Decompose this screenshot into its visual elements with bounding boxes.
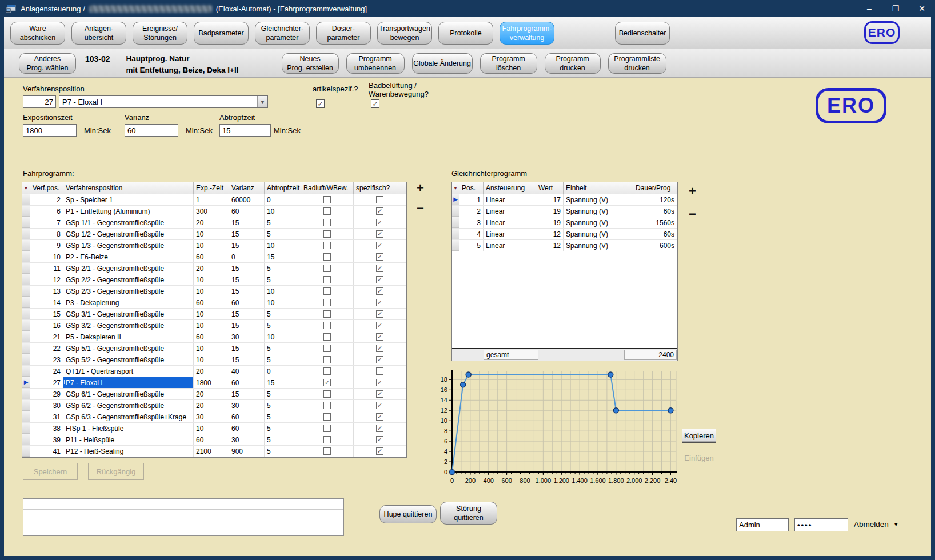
einheit-cell[interactable]: Spannung (V)	[564, 229, 633, 239]
abtropfzeit-cell[interactable]: 10	[265, 240, 301, 251]
expzeit-cell[interactable]: 10	[194, 423, 229, 434]
varianz-input[interactable]: 60	[125, 124, 178, 137]
varianz-cell[interactable]: 60000	[229, 194, 265, 205]
expzeit-cell[interactable]: 10	[194, 309, 229, 319]
nav-ware-abschicken[interactable]: Ware abschicken	[10, 22, 65, 45]
badluft-checkbox[interactable]	[323, 265, 331, 272]
expzeit-cell[interactable]: 10	[194, 229, 229, 239]
dauer-cell[interactable]: 120s	[633, 194, 677, 205]
wert-cell[interactable]: 19	[536, 206, 564, 217]
varianz-cell[interactable]: 15	[229, 389, 265, 399]
varianz-cell[interactable]: 15	[229, 217, 265, 228]
row-selector[interactable]: ▶	[452, 194, 459, 205]
einheit-cell[interactable]: Spannung (V)	[564, 217, 633, 228]
col-verfpos[interactable]: Verf.pos.	[30, 182, 63, 194]
abtropfzeit-cell[interactable]: 10	[265, 286, 301, 297]
badluft-checkbox[interactable]	[323, 356, 331, 363]
fahrprogramm-row[interactable]: 9GSp 1/3 - Gegenstromfließspüle101510✓	[22, 240, 406, 251]
badluft-checkbox[interactable]	[323, 253, 331, 261]
col-varianz[interactable]: Varianz	[229, 182, 265, 194]
badluft-checkbox[interactable]	[323, 230, 331, 238]
abtropfzeit-cell[interactable]: 15	[265, 377, 301, 388]
nav-fahrprogrammverwaltung[interactable]: Fahrprogramm- verwaltung	[500, 22, 554, 45]
expzeit-cell[interactable]: 20	[194, 400, 229, 411]
fahrprogramm-row[interactable]: 21P5 - Dekapieren II603010✓	[22, 331, 406, 343]
expzeit-cell[interactable]: 10	[194, 320, 229, 331]
spezifisch-checkbox[interactable]: ✓	[376, 310, 383, 318]
programm-umbenennen-button[interactable]: Programm umbenennen	[346, 53, 405, 74]
programm-loeschen-button[interactable]: Programm löschen	[480, 53, 537, 74]
spezifisch-checkbox[interactable]: ✓	[376, 207, 383, 215]
name-cell[interactable]: GSp 3/2 - Gegenstromfließspüle	[63, 320, 194, 331]
name-cell[interactable]: GSp 2/2 - Gegenstromfließspüle	[63, 274, 194, 285]
badluft-checkbox[interactable]	[323, 413, 331, 421]
varianz-cell[interactable]: 15	[229, 286, 265, 297]
badluft-checkbox[interactable]	[323, 310, 331, 318]
spezifisch-checkbox[interactable]: ✓	[376, 265, 383, 272]
row-selector[interactable]: ▶	[22, 377, 30, 388]
col-dauer[interactable]: Dauer/Prog	[633, 182, 677, 194]
row-selector[interactable]	[22, 434, 30, 445]
gleichrichter-row[interactable]: 5Linear12Spannung (V)600s	[452, 240, 677, 251]
ansteuerung-cell[interactable]: Linear	[484, 206, 536, 217]
einheit-cell[interactable]: Spannung (V)	[564, 240, 633, 251]
nav-badparameter[interactable]: Badparameter	[194, 22, 249, 45]
name-cell[interactable]: GSp 2/3 - Gegenstromfließspüle	[63, 286, 194, 297]
fahrprogramm-row[interactable]: 14P3 - Dekapierung606010✓	[22, 297, 406, 309]
spezifisch-checkbox[interactable]: ✓	[376, 322, 383, 329]
maximize-button[interactable]: ❐	[882, 0, 909, 17]
spezifisch-checkbox[interactable]: ✓	[376, 436, 383, 443]
varianz-cell[interactable]: 15	[229, 354, 265, 365]
row-selector[interactable]	[22, 423, 30, 434]
name-cell[interactable]: FISp 1 - Fließspüle	[63, 423, 194, 434]
spezifisch-checkbox[interactable]	[376, 367, 383, 375]
row-selector[interactable]	[22, 446, 30, 457]
row-selector[interactable]	[22, 206, 30, 217]
expzeit-cell[interactable]: 10	[194, 274, 229, 285]
abtropfzeit-cell[interactable]: 10	[265, 297, 301, 308]
abtropfzeit-cell[interactable]: 10	[265, 331, 301, 342]
fahrprogramm-row[interactable]: 38FISp 1 - Fließspüle10605✓	[22, 423, 406, 434]
wert-cell[interactable]: 12	[536, 240, 564, 251]
spezifisch-checkbox[interactable]: ✓	[376, 230, 383, 238]
abtropfzeit-cell[interactable]: 0	[265, 366, 301, 377]
fahrprogramm-row[interactable]: 8GSp 1/2 - Gegenstromfließspüle10155✓	[22, 229, 406, 240]
programmliste-drucken-button[interactable]: Programmliste drucken	[608, 53, 666, 74]
row-selector[interactable]	[22, 263, 30, 274]
verfahrensposition-number-input[interactable]: 27	[23, 95, 56, 108]
nav-dosierparameter[interactable]: Dosier- parameter	[316, 22, 371, 45]
abtropfzeit-cell[interactable]: 0	[265, 194, 301, 205]
fahrprogramm-row[interactable]: 31GSp 6/3 - Gegenstromfließspüle+Krage30…	[22, 411, 406, 423]
stoerung-quittieren-button[interactable]: Störung quittieren	[440, 502, 497, 525]
badluft-checkbox[interactable]	[323, 276, 331, 283]
spezifisch-checkbox[interactable]: ✓	[376, 219, 383, 226]
spezifisch-checkbox[interactable]: ✓	[376, 356, 383, 363]
varianz-cell[interactable]: 15	[229, 263, 265, 274]
nav-ereignisse-stoerungen[interactable]: Ereignisse/ Störungen	[133, 22, 187, 45]
varianz-cell[interactable]: 15	[229, 229, 265, 239]
fahrprogramm-row[interactable]: 13GSp 2/3 - Gegenstromfließspüle101510✓	[22, 286, 406, 297]
gleichrichter-row[interactable]: 3Linear19Spannung (V)1560s	[452, 217, 677, 229]
nav-anlagenuebersicht[interactable]: Anlagen- übersicht	[71, 22, 126, 45]
kopieren-button[interactable]: Kopieren	[682, 429, 716, 443]
nav-bedienschalter[interactable]: Bedienschalter	[615, 22, 670, 45]
col-pos[interactable]: Pos.	[459, 182, 484, 194]
spezifisch-checkbox[interactable]: ✓	[376, 333, 383, 341]
name-cell[interactable]: P1 - Entfettung (Aluminium)	[63, 206, 194, 217]
verfahrensposition-select[interactable]: P7 - Eloxal I ▼	[59, 95, 268, 108]
varianz-cell[interactable]: 15	[229, 320, 265, 331]
row-selector[interactable]	[22, 194, 30, 205]
globale-aenderung-button[interactable]: Globale Änderung	[412, 53, 473, 74]
row-selector[interactable]	[22, 217, 30, 228]
artikelspezifisch-checkbox[interactable]: ✓	[316, 99, 325, 108]
row-selector[interactable]	[452, 217, 459, 228]
fahrprogramm-row[interactable]: 6P1 - Entfettung (Aluminium)3006010✓	[22, 206, 406, 217]
expzeit-cell[interactable]: 60	[194, 297, 229, 308]
varianz-cell[interactable]: 0	[229, 251, 265, 262]
nav-protokolle[interactable]: Protokolle	[438, 22, 493, 45]
name-cell[interactable]: GSp 5/2 - Gegenstromfließspüle	[63, 354, 194, 365]
varianz-cell[interactable]: 15	[229, 309, 265, 319]
fahrprogramm-row[interactable]: 16GSp 3/2 - Gegenstromfließspüle10155✓	[22, 320, 406, 331]
spezifisch-checkbox[interactable]: ✓	[376, 402, 383, 409]
abtropfzeit-cell[interactable]: 5	[265, 389, 301, 399]
